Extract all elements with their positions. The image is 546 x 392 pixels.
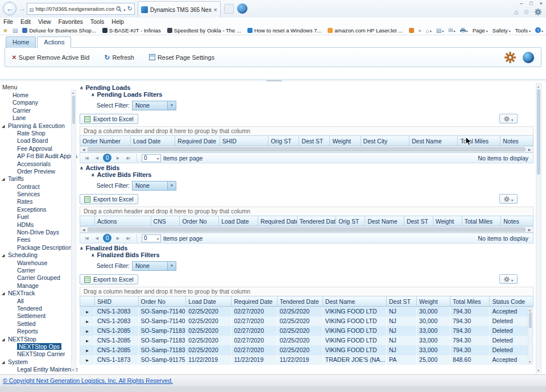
sidebar-item[interactable]: Manage: [0, 282, 77, 290]
scroll-right-icon[interactable]: [526, 228, 533, 232]
reset-page-settings-button[interactable]: Reset Page Settings: [149, 54, 214, 61]
help-menu-button[interactable]: [535, 27, 543, 34]
column-header[interactable]: Total Miles: [462, 216, 502, 226]
scroll-left-icon[interactable]: [80, 228, 87, 232]
table-row[interactable]: CNS-1-2085 SO-Samp-71183 02/25/2020 02/2…: [80, 336, 533, 345]
sidebar-item[interactable]: Warehouse: [0, 259, 77, 267]
browser-back-button[interactable]: [3, 2, 16, 15]
menu-item[interactable]: Favorites: [59, 18, 90, 25]
scroll-up-icon[interactable]: ▴: [529, 308, 531, 312]
sidebar-item[interactable]: Reports: [0, 328, 77, 335]
sidebar-item[interactable]: Settlement: [0, 312, 77, 320]
menu-item[interactable]: Edit: [20, 18, 38, 25]
mail-menu-button[interactable]: [448, 27, 455, 34]
window-maximize-button[interactable]: □: [530, 1, 532, 6]
scroll-up-icon[interactable]: ▴: [537, 84, 539, 88]
column-header[interactable]: Orig ST: [336, 216, 365, 226]
table-row[interactable]: CNS-1-2085 SO-Samp-71183 02/25/2020 02/2…: [80, 326, 533, 336]
feeds-menu-button[interactable]: [436, 27, 444, 34]
pager-last-button[interactable]: [124, 156, 132, 160]
sidebar-item[interactable]: All: [0, 298, 77, 305]
help-globe-icon[interactable]: [523, 52, 534, 63]
app-tab[interactable]: Actions: [37, 36, 71, 48]
sidebar-item[interactable]: Tariffs: [0, 175, 77, 183]
app-tab[interactable]: Home: [6, 36, 36, 48]
menu-item[interactable]: File: [3, 18, 20, 25]
row-expand-icon[interactable]: [86, 337, 89, 344]
row-expand-cell[interactable]: [80, 316, 95, 326]
table-row[interactable]: CNS-1-2083 SO-Samp-71140 02/25/2020 02/2…: [80, 307, 533, 316]
window-minimize-button[interactable]: –: [520, 1, 523, 6]
page-size-select[interactable]: 0: [142, 154, 161, 162]
sidebar-item[interactable]: AP Frt Bill Audit Approval: [0, 152, 77, 160]
row-expand-cell[interactable]: [80, 345, 95, 355]
browser-menu-button[interactable]: Page: [473, 27, 488, 34]
row-expand-cell[interactable]: [80, 355, 95, 365]
sidebar-item[interactable]: Planning & Execution: [0, 122, 77, 130]
page-size-select[interactable]: 0: [142, 234, 161, 242]
filter-dropdown[interactable]: None: [132, 101, 176, 110]
row-expand-icon[interactable]: [86, 356, 89, 363]
column-header[interactable]: [80, 216, 95, 226]
table-row[interactable]: CNS-1-2085 SO-Samp-71183 02/25/2020 02/2…: [80, 345, 533, 355]
row-expand-icon[interactable]: [86, 327, 89, 334]
section-header-pending-filters[interactable]: Pending Loads Filters: [91, 92, 533, 98]
section-header-pending-loads[interactable]: Pending Loads: [80, 85, 533, 91]
column-header[interactable]: Notes: [500, 135, 533, 146]
column-header[interactable]: Order Number: [80, 135, 131, 146]
scrollbar-thumb[interactable]: [72, 96, 75, 124]
sidebar-item[interactable]: Fees: [0, 236, 77, 244]
sidebar-item[interactable]: NEXTrack: [0, 290, 77, 297]
copyright-link[interactable]: © Copyright Next Generation Logistics, I…: [3, 377, 173, 384]
grid-settings-button[interactable]: [499, 274, 518, 284]
row-expand-icon[interactable]: [86, 346, 89, 353]
sidebar-item[interactable]: NEXTStop Ops: [0, 343, 77, 350]
scrollbar-thumb[interactable]: [88, 228, 526, 232]
address-bar[interactable]: http://07d365.nextgeneration.com/NSOpsSt…: [27, 3, 135, 15]
column-header[interactable]: Actions: [95, 216, 151, 226]
filter-dropdown[interactable]: None: [132, 181, 176, 191]
browser-favorites-icon[interactable]: [523, 8, 530, 16]
sidebar-item[interactable]: Fuel: [0, 213, 77, 221]
sidebar-item[interactable]: Rates: [0, 198, 77, 205]
row-expand-cell[interactable]: [80, 326, 95, 336]
column-header[interactable]: Dest City: [361, 135, 410, 146]
pager-last-button[interactable]: [124, 236, 132, 241]
column-header[interactable]: Load Date: [131, 135, 175, 146]
sidebar-item[interactable]: HDMs: [0, 221, 77, 229]
address-refresh-icon[interactable]: [127, 5, 133, 13]
favorite-link[interactable]: Deluxe for Business Shop...: [22, 27, 96, 34]
pager-prev-button[interactable]: [93, 236, 101, 241]
favorites-star-icon[interactable]: [3, 27, 8, 34]
pager-prev-button[interactable]: [93, 156, 101, 160]
print-menu-button[interactable]: [460, 27, 468, 34]
page-scrollbar[interactable]: ▴ ▾: [536, 83, 541, 373]
favorite-link[interactable]: S-BASE-KIT - Infinias: [102, 27, 161, 34]
browser-menu-button[interactable]: Tools: [515, 27, 531, 34]
column-header[interactable]: Dest Name: [365, 216, 404, 226]
sidebar-item[interactable]: Exceptions: [0, 206, 77, 213]
column-header[interactable]: Dest ST: [299, 135, 330, 146]
section-header-finalized-bids[interactable]: Finalized Bids: [80, 245, 533, 251]
group-drop-zone[interactable]: Drag a column header and drop it here to…: [80, 287, 533, 296]
pager-first-button[interactable]: [82, 156, 90, 160]
row-expand-cell[interactable]: [80, 336, 95, 345]
column-header[interactable]: Load Date: [219, 216, 258, 226]
column-header[interactable]: Notes: [501, 216, 533, 226]
column-header[interactable]: Dest Name: [410, 135, 458, 146]
refresh-button[interactable]: Refresh: [104, 53, 134, 61]
scroll-down-icon[interactable]: ▾: [72, 368, 74, 372]
column-header[interactable]: Load Date: [186, 296, 231, 307]
sidebar-item[interactable]: Lane: [0, 114, 77, 122]
sidebar-item[interactable]: Non-Drive Days: [0, 229, 77, 236]
sidebar-scrollbar[interactable]: ▴ ▾: [71, 90, 76, 372]
sidebar-item[interactable]: Carrier Grouped: [0, 274, 77, 282]
sidebar-item[interactable]: Scheduling: [0, 251, 77, 259]
sidebar-item[interactable]: NEXTStop: [0, 336, 77, 343]
sidebar-item[interactable]: Rate Shop: [0, 130, 77, 137]
settings-gear-icon[interactable]: [504, 52, 516, 63]
column-header[interactable]: Order No: [180, 216, 219, 226]
column-header[interactable]: [80, 296, 95, 307]
scrollbar-thumb[interactable]: [88, 147, 526, 151]
sidebar-item[interactable]: Tendered: [0, 305, 77, 312]
